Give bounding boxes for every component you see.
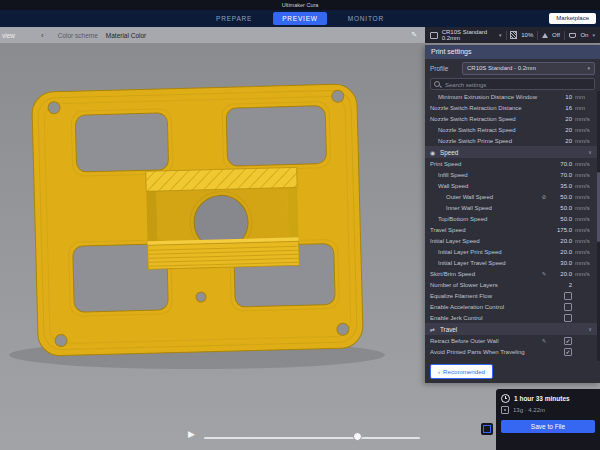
setting-wall-speed[interactable]: Wall Speed35.0mm/s <box>425 180 597 191</box>
setting-travel-speed[interactable]: Travel Speed175.0mm/s <box>425 224 597 235</box>
setting-nozzle-switch-prime-speed[interactable]: Nozzle Switch Prime Speed20mm/s <box>425 135 597 146</box>
setting-unit: mm/s <box>575 194 592 200</box>
setting-enable-jerk-control[interactable]: Enable Jerk Control <box>425 312 597 323</box>
setting-value[interactable]: 20 <box>548 138 572 144</box>
search-input[interactable] <box>443 79 587 91</box>
setting-skirt-brim-speed[interactable]: Skirt/Brim Speed✎20.0mm/s <box>425 268 597 279</box>
per-extruder-icon: ⊘ <box>540 194 548 200</box>
setting-infill-speed[interactable]: Infill Speed70.0mm/s <box>425 169 597 180</box>
simulation-slider-track[interactable] <box>204 437 420 439</box>
setting-value[interactable]: 20 <box>548 127 572 133</box>
section-label: Speed <box>440 149 588 156</box>
adhesion-icon <box>569 33 577 38</box>
tab-preview[interactable]: PREVIEW <box>273 12 327 25</box>
print-config-bar[interactable]: CR10S Standard 0.2mm ▾ 10% Off On ▾ <box>425 27 600 43</box>
save-to-file-button[interactable]: Save to File <box>501 420 595 433</box>
setting-value[interactable]: 175.0 <box>548 227 572 233</box>
section-travel[interactable]: ⇄Travel∨ <box>425 323 597 335</box>
setting-value[interactable]: 16 <box>548 105 572 111</box>
section-speed[interactable]: ◉Speed∨ <box>425 146 597 158</box>
setting-initial-layer-speed[interactable]: Initial Layer Speed20.0mm/s <box>425 235 597 246</box>
setting-checkbox[interactable] <box>564 303 572 311</box>
setting-retract-before-outer-wall[interactable]: Retract Before Outer Wall✎✓ <box>425 335 597 346</box>
setting-unit: mm <box>575 105 592 111</box>
setting-minimum-extrusion-distance-window[interactable]: Minimum Extrusion Distance Window10mm <box>425 91 597 102</box>
setting-value[interactable]: 50.0 <box>548 194 572 200</box>
setting-nozzle-switch-retraction-distance[interactable]: Nozzle Switch Retraction Distance16mm <box>425 102 597 113</box>
setting-label: Minimum Extrusion Distance Window <box>430 94 540 100</box>
setting-value[interactable]: 70.0 <box>548 172 572 178</box>
setting-value[interactable]: 10 <box>548 94 572 100</box>
chevron-down-icon: ▾ <box>587 65 590 71</box>
support-value[interactable]: Off <box>552 32 560 38</box>
setting-value[interactable]: 50.0 <box>548 216 572 222</box>
setting-checkbox[interactable]: ✓ <box>564 337 572 345</box>
setting-number-of-slower-layers[interactable]: Number of Slower Layers2 <box>425 279 597 290</box>
view-label[interactable]: view <box>2 32 15 39</box>
setting-print-speed[interactable]: Print Speed70.0mm/s <box>425 158 597 169</box>
play-button[interactable]: ▶ <box>188 429 195 439</box>
material-icon <box>501 406 509 414</box>
setting-label: Print Speed <box>430 161 540 167</box>
setting-value[interactable]: 20 <box>548 116 572 122</box>
window-title: Ultimaker Cura <box>0 0 600 10</box>
setting-avoid-printed-parts-when-traveling[interactable]: Avoid Printed Parts When Traveling✓ <box>425 346 597 357</box>
setting-initial-layer-print-speed[interactable]: Initial Layer Print Speed20.0mm/s <box>425 246 597 257</box>
adhesion-value[interactable]: On <box>580 32 588 38</box>
setting-value[interactable]: 20.0 <box>548 249 572 255</box>
back-chevron-icon[interactable]: ‹ <box>41 31 44 40</box>
setting-checkbox[interactable] <box>564 314 572 322</box>
setting-label: Initial Layer Speed <box>430 238 540 244</box>
infill-value[interactable]: 10% <box>521 32 533 38</box>
tab-prepare[interactable]: PREPARE <box>207 12 261 25</box>
travel-icon: ⇄ <box>430 326 440 333</box>
tab-monitor[interactable]: MONITOR <box>339 12 393 25</box>
setting-value[interactable]: 50.0 <box>548 205 572 211</box>
setting-value[interactable]: 30.0 <box>548 260 572 266</box>
setting-checkbox[interactable] <box>564 292 572 300</box>
pencil-icon: ✎ <box>540 338 548 344</box>
setting-checkbox[interactable]: ✓ <box>564 348 572 356</box>
search-box <box>430 78 595 90</box>
divider <box>537 31 538 40</box>
setting-value[interactable]: 20.0 <box>548 238 572 244</box>
back-chevron-icon: ‹ <box>438 368 440 375</box>
setting-unit: mm/s <box>575 116 592 122</box>
chevron-down-icon: ▾ <box>499 32 502 38</box>
setting-unit: mm <box>575 94 592 100</box>
recommended-button[interactable]: ‹ Recommended <box>430 364 493 379</box>
setting-top-bottom-speed[interactable]: Top/Bottom Speed50.0mm/s <box>425 213 597 224</box>
print-settings-panel: Print settings Profile CR10S Standard - … <box>425 45 600 383</box>
setting-unit: mm/s <box>575 205 592 211</box>
chevron-down-icon: ▾ <box>592 32 595 38</box>
setting-nozzle-switch-retraction-speed[interactable]: Nozzle Switch Retraction Speed20mm/s <box>425 113 597 124</box>
setting-initial-layer-travel-speed[interactable]: Initial Layer Travel Speed30.0mm/s <box>425 257 597 268</box>
setting-label: Nozzle Switch Retraction Speed <box>430 116 540 122</box>
setting-value[interactable]: 35.0 <box>548 183 572 189</box>
profile-dropdown[interactable]: CR10S Standard - 0.2mm ▾ <box>462 62 595 75</box>
3d-viewport[interactable] <box>0 43 425 450</box>
search-row <box>425 77 600 91</box>
setting-enable-acceleration-control[interactable]: Enable Acceleration Control <box>425 301 597 312</box>
stage-icon <box>483 425 491 433</box>
setting-value[interactable]: 2 <box>548 282 572 288</box>
setting-value[interactable]: 20.0 <box>548 271 572 277</box>
setting-unit: mm/s <box>575 172 592 178</box>
edit-pencil-icon[interactable]: ✎ <box>411 31 417 39</box>
setting-unit: mm/s <box>575 271 592 277</box>
marketplace-button[interactable]: Marketplace <box>549 13 596 24</box>
profile-summary[interactable]: CR10S Standard 0.2mm <box>442 29 495 41</box>
simulation-slider-handle[interactable] <box>353 432 362 441</box>
setting-inner-wall-speed[interactable]: Inner Wall Speed50.0mm/s <box>425 202 597 213</box>
support-icon <box>542 33 548 38</box>
preview-stage-button[interactable] <box>481 423 493 435</box>
setting-unit: mm/s <box>575 161 592 167</box>
setting-equalize-filament-flow[interactable]: Equalize Filament Flow <box>425 290 597 301</box>
setting-value[interactable]: 70.0 <box>548 161 572 167</box>
color-scheme-dropdown[interactable]: Material Color <box>106 32 146 39</box>
cura-window: { "titlebar": { "app_title": "Ultimaker … <box>0 0 600 450</box>
setting-outer-wall-speed[interactable]: Outer Wall Speed⊘50.0mm/s <box>425 191 597 202</box>
setting-nozzle-switch-retract-speed[interactable]: Nozzle Switch Retract Speed20mm/s <box>425 124 597 135</box>
recommended-label: Recommended <box>443 368 485 375</box>
profile-dropdown-value: CR10S Standard - 0.2mm <box>467 65 536 71</box>
